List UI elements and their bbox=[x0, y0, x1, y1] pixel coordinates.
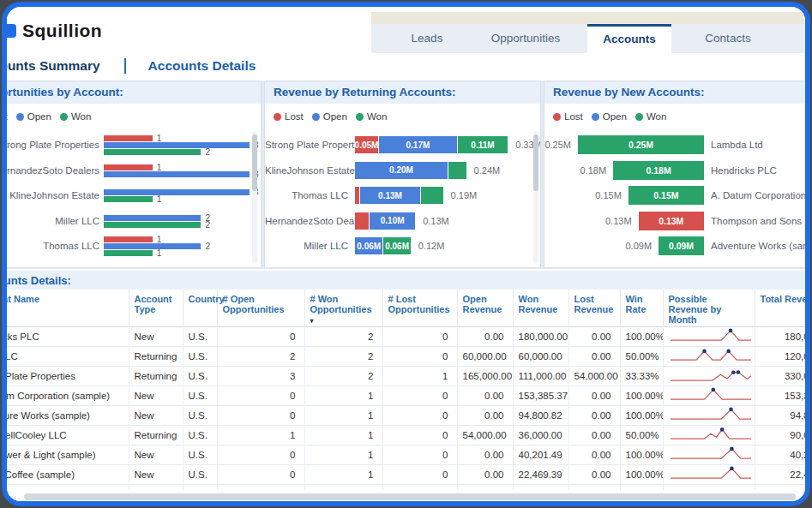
bar-open[interactable] bbox=[104, 171, 250, 177]
table-section-title: Accounts Details: bbox=[2, 271, 810, 290]
possible-revenue-sparkline bbox=[669, 485, 753, 490]
column-header-lost-opportunities[interactable]: # Lost Opportunities bbox=[382, 290, 457, 327]
tab-leads[interactable]: Leads bbox=[380, 24, 474, 53]
bar-lost[interactable] bbox=[104, 135, 153, 141]
table-row[interactable]: Hendricks PLCNewU.S.0200.00180,000.000.0… bbox=[2, 327, 810, 347]
bar-won[interactable]: 0.18M bbox=[613, 161, 704, 180]
column-header-lost-revenue[interactable]: Lost Revenue bbox=[568, 290, 620, 327]
bar-won[interactable] bbox=[104, 149, 201, 155]
subtab-accounts-details[interactable]: Accounts Details bbox=[148, 58, 256, 74]
bar-segment-won[interactable] bbox=[448, 162, 466, 179]
legend-item-label: Lost bbox=[285, 111, 304, 122]
chart-vertical-scrollbar[interactable] bbox=[252, 131, 257, 264]
legend-item-open[interactable]: Open bbox=[16, 111, 51, 122]
bar-segment-won[interactable]: 0.11M bbox=[457, 136, 508, 153]
cell-possible-revenue-by-month bbox=[663, 485, 755, 491]
bar-segment-open[interactable]: 0.20M bbox=[355, 162, 448, 179]
bar-open[interactable] bbox=[104, 189, 250, 195]
cell-lost-opportunities: 0 bbox=[382, 465, 457, 485]
legend-item-won[interactable]: Won bbox=[635, 111, 666, 122]
bar-segment-won[interactable]: 0.06M bbox=[382, 237, 410, 254]
tab-contacts[interactable]: Contacts bbox=[677, 24, 779, 53]
cell-open-revenue: 0.00 bbox=[457, 386, 513, 406]
bar-lost[interactable] bbox=[104, 236, 153, 242]
bar-open[interactable] bbox=[104, 142, 250, 148]
sparkline-dot-icon bbox=[711, 388, 715, 392]
bar-open[interactable] bbox=[104, 215, 201, 221]
horizontal-scrollbar-thumb[interactable] bbox=[24, 493, 796, 500]
table-row[interactable]: City Power & Light (sample)NewU.S.0100.0… bbox=[2, 445, 810, 465]
sparkline-dot-icon bbox=[731, 371, 736, 375]
legend-item-label: Won bbox=[367, 111, 387, 122]
chart-scrollbar-thumb[interactable] bbox=[533, 134, 538, 191]
legend-item-label: Won bbox=[71, 111, 91, 122]
table-row[interactable]: Strong Plate PropertiesReturningU.S.3211… bbox=[2, 367, 810, 386]
legend-item-lost[interactable]: Lost bbox=[274, 111, 304, 122]
column-header-account-name[interactable]: Account Name bbox=[2, 290, 129, 327]
cell-possible-revenue-by-month bbox=[663, 426, 755, 445]
bar-segment-open[interactable]: 0.13M bbox=[359, 187, 419, 204]
cell-win-rate bbox=[620, 485, 663, 491]
chart-row: 0.18M0.18MHendricks PLC bbox=[544, 158, 810, 184]
chart-scrollbar-thumb[interactable] bbox=[252, 134, 257, 191]
subtab-accounts-summary[interactable]: Accounts Summary bbox=[2, 58, 100, 74]
column-header-country[interactable]: Country bbox=[183, 290, 217, 327]
chart-vertical-scrollbar[interactable] bbox=[533, 131, 538, 264]
chart-category-label: Strong Plate Properties bbox=[2, 140, 99, 150]
table-row[interactable]: CampbellCooley LLCReturningU.S.11054,000… bbox=[2, 426, 810, 445]
sparkline-dot-icon bbox=[726, 350, 731, 354]
cell-won-revenue bbox=[513, 485, 568, 491]
bar-segment-open[interactable]: 0.06M bbox=[355, 237, 382, 254]
cell-lost-opportunities: 1 bbox=[382, 367, 457, 386]
tab-opportunities[interactable]: Opportunities bbox=[474, 24, 577, 53]
column-header-won-opportunities[interactable]: # Won Opportunities▾ bbox=[304, 290, 382, 327]
column-header-win-rate[interactable]: Win Rate bbox=[620, 290, 663, 327]
legend-item-lost[interactable]: Lost bbox=[553, 111, 583, 122]
cell-country bbox=[183, 485, 217, 491]
bar-segment-open[interactable]: 0.17M bbox=[378, 136, 457, 153]
column-header-account-type[interactable]: Account Type bbox=[129, 290, 183, 327]
bar-total-label: 0.25M bbox=[544, 140, 571, 150]
horizontal-scrollbar[interactable] bbox=[2, 492, 810, 502]
cell-open-opportunities: 0 bbox=[217, 386, 304, 406]
cell-win-rate: 100.00% bbox=[620, 386, 663, 406]
table-row-partial[interactable] bbox=[2, 485, 810, 491]
bar-won[interactable]: 0.15M bbox=[629, 186, 704, 205]
column-header-open-opportunities[interactable]: # Open Opportunities bbox=[217, 290, 304, 327]
bar-segment-lost[interactable] bbox=[355, 212, 369, 230]
table-row[interactable]: Fourth Coffee (sample)NewU.S.0100.0022,4… bbox=[2, 465, 810, 485]
column-header-total-revenue[interactable]: Total Revenue bbox=[755, 290, 810, 327]
bar-segment-won[interactable] bbox=[420, 187, 443, 204]
legend-item-open[interactable]: Open bbox=[592, 111, 627, 122]
cell-account-name: CampbellCooley LLC bbox=[2, 426, 129, 445]
chart-row: 0.09M0.09MAdventure Works (sample) bbox=[544, 234, 810, 260]
bar-won[interactable] bbox=[104, 250, 153, 256]
legend-item-won[interactable]: Won bbox=[356, 111, 387, 122]
column-header-won-revenue[interactable]: Won Revenue bbox=[513, 290, 568, 327]
column-header-possible-revenue-by-month[interactable]: Possible Revenue by Month bbox=[663, 290, 755, 327]
bar-won[interactable] bbox=[104, 196, 153, 202]
table-row[interactable]: Adventure Works (sample)NewU.S.0100.0094… bbox=[2, 406, 810, 426]
bar-lost[interactable] bbox=[104, 164, 153, 170]
table-row[interactable]: Miller LLCReturningU.S.22060,000.0060,00… bbox=[2, 347, 810, 367]
bar-won[interactable] bbox=[104, 222, 201, 228]
legend-item-won[interactable]: Won bbox=[60, 111, 91, 122]
tab-accounts[interactable]: Accounts bbox=[587, 24, 671, 53]
column-header-open-revenue[interactable]: Open Revenue bbox=[457, 290, 513, 327]
column-header-label: Country bbox=[189, 294, 212, 304]
legend-item-open[interactable]: Open bbox=[312, 111, 347, 122]
bar-lost[interactable]: 0.13M bbox=[639, 212, 704, 230]
table-row[interactable]: A. Datum Corporation (sample)NewU.S.0100… bbox=[2, 386, 810, 406]
bar-open[interactable] bbox=[104, 243, 201, 249]
bar-segment-open[interactable]: 0.10M bbox=[369, 212, 415, 230]
cell-won-opportunities: 1 bbox=[304, 386, 382, 406]
legend-item-lost[interactable]: Lost bbox=[2, 111, 8, 122]
column-header-label: Total Revenue bbox=[761, 294, 811, 304]
legend-won-dot-icon bbox=[60, 113, 68, 121]
bar-won[interactable]: 0.25M bbox=[578, 135, 704, 154]
legend-lost-dot-icon bbox=[553, 113, 561, 121]
bar-won[interactable]: 0.09M bbox=[659, 236, 704, 255]
cell-total-revenue: 180,000.00 bbox=[755, 327, 810, 347]
cell-account-name: Adventure Works (sample) bbox=[2, 406, 129, 426]
bar-segment-lost[interactable]: 0.05M bbox=[355, 136, 378, 153]
